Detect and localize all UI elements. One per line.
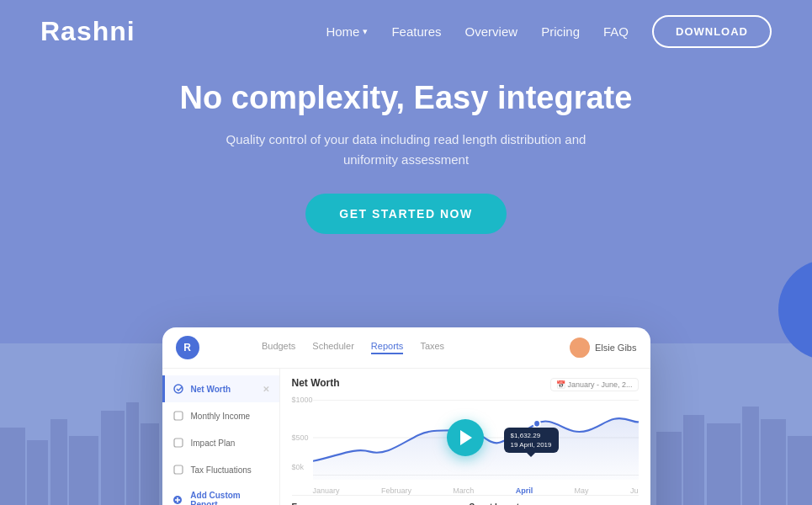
nav-faq[interactable]: FAQ (603, 24, 629, 39)
user-info: Elsie Gibs (570, 338, 637, 358)
svg-rect-7 (141, 423, 159, 505)
y-label-0: $0k (292, 463, 305, 471)
bottom-row: Expenses +1.5% $ 43,303.00 Spent by cate… (292, 495, 639, 505)
nav-links: Home ▾ Features Overview Pricing FAQ DOW… (326, 15, 772, 48)
dashboard-header: R Budgets Scheduler Reports Taxes Elsie … (162, 327, 650, 369)
add-custom-icon (172, 494, 184, 505)
impact-plan-icon (172, 437, 184, 449)
navbar: Rashni Home ▾ Features Overview Pricing … (0, 0, 812, 63)
hero-section: No complexity, Easy integrate Quality co… (0, 63, 812, 234)
dashboard-tabs: Budgets Scheduler Reports Taxes (262, 341, 444, 354)
date-range-selector[interactable]: 📅 January - June, 2... (550, 378, 639, 391)
y-label-500: $500 (292, 433, 309, 442)
dashboard-body: Net Worth ✕ Monthly Income Impact Plan (162, 369, 650, 505)
sidebar-item-monthly-income[interactable]: Monthly Income (162, 402, 279, 429)
tab-budgets[interactable]: Budgets (262, 341, 295, 354)
nav-overview[interactable]: Overview (465, 24, 518, 39)
svg-rect-10 (707, 423, 740, 505)
monthly-income-icon (172, 410, 184, 422)
play-button[interactable] (447, 419, 484, 456)
chart-tooltip: $1,632.29 19 April, 2019 (504, 428, 559, 453)
svg-rect-5 (101, 411, 125, 505)
svg-rect-9 (683, 415, 704, 505)
y-label-1000: $1000 (292, 396, 313, 404)
svg-rect-2 (27, 440, 48, 505)
play-icon (460, 430, 472, 445)
dashboard-card: R Budgets Scheduler Reports Taxes Elsie … (162, 327, 650, 505)
sidebar-item-net-worth[interactable]: Net Worth ✕ (162, 375, 279, 402)
tax-fluctuations-icon (172, 464, 184, 476)
nav-features[interactable]: Features (391, 24, 441, 39)
svg-rect-12 (761, 419, 786, 505)
hero-subtext: Quality control of your data including r… (204, 130, 608, 170)
sidebar: Net Worth ✕ Monthly Income Impact Plan (162, 369, 280, 505)
svg-rect-18 (174, 412, 183, 420)
brand-logo: Rashni (40, 16, 135, 47)
chart-header: Net Worth 📅 January - June, 2... (292, 377, 639, 392)
tab-taxes[interactable]: Taxes (420, 341, 444, 354)
nav-home[interactable]: Home ▾ (326, 24, 368, 39)
download-button[interactable]: DOWNLOAD (652, 15, 772, 48)
tab-scheduler[interactable]: Scheduler (312, 341, 354, 354)
calendar-icon: 📅 (556, 380, 565, 389)
svg-rect-20 (174, 465, 183, 474)
chart-title: Net Worth (292, 377, 340, 389)
svg-point-15 (576, 341, 584, 349)
get-started-button[interactable]: GET STARTED NOW (305, 194, 506, 234)
svg-rect-19 (174, 439, 183, 447)
chevron-down-icon: ▾ (363, 26, 368, 37)
nav-pricing[interactable]: Pricing (541, 24, 580, 39)
net-worth-chart: $1000 $500 $0k (292, 396, 639, 480)
hero-headline: No complexity, Easy integrate (17, 80, 795, 116)
net-worth-icon (172, 383, 184, 395)
svg-point-17 (174, 385, 183, 393)
dashboard-logo: R (176, 336, 199, 359)
sidebar-item-tax-fluctuations[interactable]: Tax Fluctuations (162, 456, 279, 483)
svg-rect-11 (742, 407, 759, 505)
avatar (570, 338, 590, 358)
main-content: Net Worth 📅 January - June, 2... $1000 $… (280, 369, 650, 505)
user-name: Elsie Gibs (595, 343, 637, 353)
svg-rect-8 (656, 432, 682, 505)
close-icon[interactable]: ✕ (263, 385, 269, 394)
svg-rect-13 (788, 436, 812, 505)
chart-x-labels: January February March April May Ju (292, 486, 639, 495)
svg-rect-1 (0, 428, 25, 505)
svg-rect-4 (69, 436, 98, 505)
svg-point-27 (533, 420, 540, 428)
svg-point-16 (573, 350, 586, 358)
svg-rect-3 (50, 419, 67, 505)
sidebar-item-impact-plan[interactable]: Impact Plan (162, 429, 279, 456)
sidebar-item-add-custom[interactable]: Add Custom Report (162, 483, 279, 505)
tab-reports[interactable]: Reports (371, 341, 404, 354)
bottom-section: R Budgets Scheduler Reports Taxes Elsie … (0, 242, 812, 505)
svg-rect-6 (126, 402, 139, 505)
